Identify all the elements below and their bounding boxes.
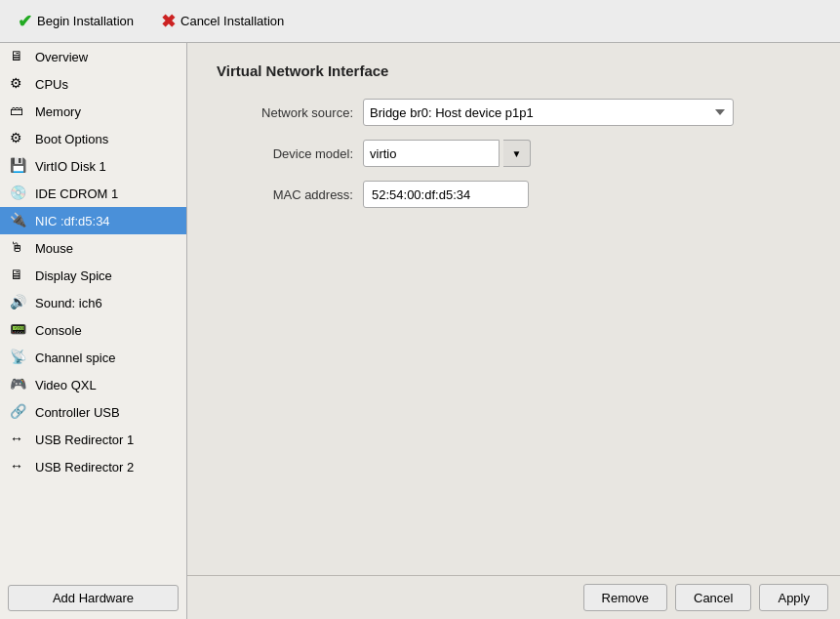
mac-address-label: MAC address: xyxy=(217,187,353,202)
device-model-control: virtio ▼ xyxy=(363,140,531,167)
sidebar-item-label: Video QXL xyxy=(35,378,97,392)
cancel-button[interactable]: Cancel xyxy=(675,584,751,611)
mac-address-control xyxy=(363,181,529,208)
device-model-select[interactable]: virtio xyxy=(363,140,500,167)
usbredir-icon: ↔ xyxy=(10,458,27,475)
sidebar-item-video-qxl[interactable]: 🎮Video QXL xyxy=(0,371,186,398)
cdrom-icon: 💿 xyxy=(10,185,27,202)
boot-icon: ⚙ xyxy=(10,130,27,147)
sidebar-item-label: Channel spice xyxy=(35,351,115,365)
usb-icon: 🔗 xyxy=(10,403,27,421)
sidebar-item-ide-cdrom[interactable]: 💿IDE CDROM 1 xyxy=(0,180,186,207)
sidebar-item-label: IDE CDROM 1 xyxy=(35,186,118,201)
content-title: Virtual Network Interface xyxy=(217,62,811,79)
device-model-dropdown-button[interactable]: ▼ xyxy=(503,140,531,167)
channel-icon: 📡 xyxy=(10,349,27,366)
apply-button[interactable]: Apply xyxy=(759,584,828,611)
sidebar-item-label: USB Redirector 1 xyxy=(35,433,134,447)
memory-icon: 🗃 xyxy=(10,103,27,120)
sound-icon: 🔊 xyxy=(10,294,27,311)
mouse-icon: 🖱 xyxy=(10,239,27,257)
bottom-bar: Remove Cancel Apply xyxy=(187,575,840,619)
form-section: Network source: Bridge br0: Host device … xyxy=(217,99,811,208)
sidebar: 🖥Overview⚙CPUs🗃Memory⚙Boot Options💾VirtI… xyxy=(0,43,187,619)
nic-icon: 🔌 xyxy=(10,212,27,229)
content: Virtual Network Interface Network source… xyxy=(187,43,840,575)
sidebar-list: 🖥Overview⚙CPUs🗃Memory⚙Boot Options💾VirtI… xyxy=(0,43,186,577)
sidebar-item-label: USB Redirector 2 xyxy=(35,460,134,475)
disk-icon: 💾 xyxy=(10,157,27,175)
cpu-icon: ⚙ xyxy=(10,75,27,93)
network-source-label: Network source: xyxy=(217,105,353,120)
toolbar: ✔ Begin Installation ✖ Cancel Installati… xyxy=(0,0,840,43)
sidebar-item-label: NIC :df:d5:34 xyxy=(35,214,110,228)
sidebar-item-display-spice[interactable]: 🖥Display Spice xyxy=(0,262,186,289)
sidebar-item-label: Memory xyxy=(35,104,81,119)
mac-address-input[interactable] xyxy=(363,181,529,208)
cancel-installation-button[interactable]: ✖ Cancel Installation xyxy=(155,8,290,35)
check-icon: ✔ xyxy=(18,11,32,32)
sidebar-item-label: Console xyxy=(35,323,82,338)
x-icon: ✖ xyxy=(161,11,176,32)
sidebar-item-channel-spice[interactable]: 📡Channel spice xyxy=(0,344,186,371)
sidebar-item-mouse[interactable]: 🖱Mouse xyxy=(0,234,186,262)
add-hardware-button[interactable]: Add Hardware xyxy=(8,585,179,611)
main-layout: 🖥Overview⚙CPUs🗃Memory⚙Boot Options💾VirtI… xyxy=(0,43,840,619)
sidebar-item-label: Mouse xyxy=(35,241,73,256)
sidebar-item-label: CPUs xyxy=(35,77,68,92)
sidebar-item-sound[interactable]: 🔊Sound: ich6 xyxy=(0,289,186,316)
sidebar-item-memory[interactable]: 🗃Memory xyxy=(0,98,186,125)
begin-installation-label: Begin Installation xyxy=(37,14,134,28)
usbredir-icon: ↔ xyxy=(10,431,27,448)
display-icon: 🖥 xyxy=(10,267,27,284)
console-icon: 📟 xyxy=(10,321,27,339)
network-source-row: Network source: Bridge br0: Host device … xyxy=(217,99,811,126)
device-model-row: Device model: virtio ▼ xyxy=(217,140,811,167)
sidebar-item-label: Overview xyxy=(35,50,88,64)
sidebar-item-nic[interactable]: 🔌NIC :df:d5:34 xyxy=(0,207,186,234)
sidebar-item-label: Boot Options xyxy=(35,132,108,146)
device-model-label: Device model: xyxy=(217,146,353,161)
network-source-dropdown[interactable]: Bridge br0: Host device p1p1 xyxy=(363,99,734,126)
sidebar-item-cpus[interactable]: ⚙CPUs xyxy=(0,70,186,98)
sidebar-item-console[interactable]: 📟Console xyxy=(0,316,186,344)
begin-installation-button[interactable]: ✔ Begin Installation xyxy=(12,8,140,35)
sidebar-item-usb-redir-2[interactable]: ↔USB Redirector 2 xyxy=(0,453,186,480)
sidebar-item-virtio-disk[interactable]: 💾VirtIO Disk 1 xyxy=(0,152,186,180)
overview-icon: 🖥 xyxy=(10,48,27,65)
sidebar-item-controller-usb[interactable]: 🔗Controller USB xyxy=(0,398,186,426)
sidebar-item-label: VirtIO Disk 1 xyxy=(35,159,106,174)
sidebar-item-boot-options[interactable]: ⚙Boot Options xyxy=(0,125,186,152)
network-source-control: Bridge br0: Host device p1p1 xyxy=(363,99,734,126)
sidebar-item-label: Display Spice xyxy=(35,268,112,283)
sidebar-item-label: Controller USB xyxy=(35,405,120,420)
sidebar-item-label: Sound: ich6 xyxy=(35,296,102,310)
remove-button[interactable]: Remove xyxy=(583,584,667,611)
sidebar-item-overview[interactable]: 🖥Overview xyxy=(0,43,186,70)
cancel-installation-label: Cancel Installation xyxy=(180,14,284,28)
sidebar-item-usb-redir-1[interactable]: ↔USB Redirector 1 xyxy=(0,426,186,453)
video-icon: 🎮 xyxy=(10,376,27,393)
content-area-wrapper: Virtual Network Interface Network source… xyxy=(187,43,840,619)
mac-address-row: MAC address: xyxy=(217,181,811,208)
